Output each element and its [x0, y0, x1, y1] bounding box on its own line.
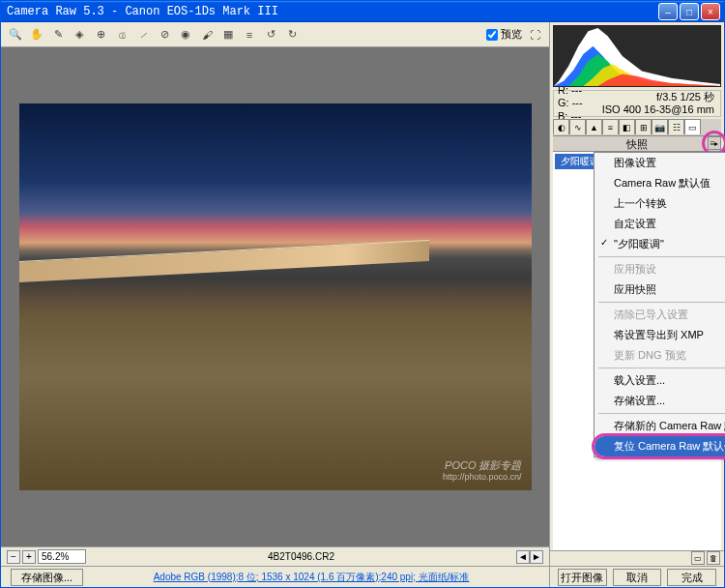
tab-split-icon[interactable]: ◧	[619, 119, 635, 134]
done-button[interactable]: 完成	[667, 569, 716, 586]
preview-label: 预览	[501, 27, 522, 42]
preview-checkbox[interactable]: 预览	[486, 27, 522, 42]
tab-camera-icon[interactable]: 📷	[652, 119, 668, 134]
menu-item: 更新 DNG 预览	[594, 345, 725, 366]
rotate-cw-icon[interactable]: ↻	[283, 26, 301, 44]
menu-item[interactable]: 自定设置	[594, 214, 725, 234]
menu-item[interactable]: 存储设置...	[594, 391, 725, 411]
exif-panel: R: --- G: --- B: --- f/3.5 1/25 秒 ISO 40…	[553, 90, 721, 117]
cancel-button[interactable]: 取消	[613, 569, 662, 586]
zoom-tool-icon[interactable]: 🔍	[7, 26, 24, 44]
tab-detail-icon[interactable]: ▲	[586, 119, 602, 134]
toolbar: 🔍 ✋ ✎ ◈ ⊕ ⟃ ⟋ ⊘ ◉ 🖌 ▦ ≡ ↺ ↻ 预览 ⛶	[1, 22, 549, 47]
rotate-ccw-icon[interactable]: ↺	[262, 26, 279, 44]
check-icon: ✓	[600, 237, 608, 248]
menu-item[interactable]: 图像设置	[594, 153, 725, 173]
panel-menu-button[interactable]: ≡▸	[708, 136, 721, 150]
tab-snapshots-icon[interactable]: ▭	[684, 119, 701, 134]
watermark: POCO 摄影专题 http://photo.poco.cn/	[443, 459, 522, 483]
crop-icon[interactable]: ⟃	[113, 26, 130, 44]
filename-label: 4B2T0496.CR2	[86, 551, 516, 562]
tab-lens-icon[interactable]: ⊞	[635, 119, 652, 134]
menu-separator	[598, 302, 725, 303]
photo-preview: POCO 摄影专题 http://photo.poco.cn/	[19, 103, 532, 490]
tab-basic-icon[interactable]: ◐	[553, 119, 569, 134]
menu-item[interactable]: 应用快照▶	[594, 279, 725, 300]
window-title: Camera Raw 5.3 - Canon EOS-1Ds Mark III	[5, 5, 658, 18]
prefs-icon[interactable]: ≡	[241, 26, 258, 44]
filmstrip-next-icon[interactable]: ►	[530, 550, 543, 564]
snapshots-panel: 夕阳暖调 图像设置Camera Raw 默认值上一个转换自定设置"夕阳暖调"✓应…	[553, 152, 721, 550]
menu-item: 应用预设▶	[594, 259, 725, 279]
image-preview-area[interactable]: POCO 摄影专题 http://photo.poco.cn/	[1, 47, 549, 546]
zoom-in-button[interactable]: +	[22, 550, 36, 564]
save-image-button[interactable]: 存储图像...	[11, 569, 83, 586]
fullscreen-icon[interactable]: ⛶	[526, 26, 543, 44]
new-snapshot-icon[interactable]: ▭	[691, 551, 705, 565]
maximize-button[interactable]: □	[680, 3, 699, 20]
tab-hsl-icon[interactable]: ≡	[602, 119, 619, 134]
histogram[interactable]	[553, 25, 721, 87]
target-adjust-icon[interactable]: ⊕	[92, 26, 109, 44]
menu-separator	[598, 368, 725, 368]
tab-presets-icon[interactable]: ☷	[668, 119, 684, 134]
redeye-icon[interactable]: ◉	[177, 26, 194, 44]
straighten-icon[interactable]: ⟋	[134, 26, 152, 44]
workflow-options-link[interactable]: Adobe RGB (1998);8 位; 1536 x 1024 (1.6 百…	[83, 571, 539, 584]
menu-item: 清除已导入设置	[594, 305, 725, 325]
menu-item[interactable]: 复位 Camera Raw 默认值	[594, 436, 725, 456]
delete-snapshot-icon[interactable]: 🗑	[707, 551, 720, 565]
graduated-filter-icon[interactable]: ▦	[219, 26, 237, 44]
minimize-button[interactable]: –	[658, 3, 678, 20]
color-sampler-icon[interactable]: ◈	[71, 26, 88, 44]
menu-item[interactable]: 上一个转换	[594, 193, 725, 214]
zoom-out-button[interactable]: −	[7, 550, 20, 564]
close-button[interactable]: ×	[701, 3, 720, 20]
panel-flyout-menu: 图像设置Camera Raw 默认值上一个转换自定设置"夕阳暖调"✓应用预设▶应…	[594, 152, 725, 457]
panel-tabs: ◐ ∿ ▲ ≡ ◧ ⊞ 📷 ☷ ▭	[553, 119, 721, 136]
filmstrip-prev-icon[interactable]: ◄	[516, 550, 530, 564]
menu-item[interactable]: 载入设置...	[594, 370, 725, 391]
exif-aperture-shutter: f/3.5 1/25 秒	[598, 91, 714, 103]
menu-separator	[598, 256, 725, 257]
exif-iso-focal: ISO 400 16-35@16 mm	[598, 103, 714, 116]
adjustment-brush-icon[interactable]: 🖌	[198, 26, 216, 44]
panel-title: 快照 ≡▸	[553, 136, 721, 152]
menu-item[interactable]: "夕阳暖调"✓	[594, 234, 725, 254]
zoom-value[interactable]: 56.2%	[38, 549, 86, 564]
menu-item[interactable]: 将设置导出到 XMP	[594, 325, 725, 345]
hand-tool-icon[interactable]: ✋	[28, 26, 45, 44]
menu-item[interactable]: Camera Raw 默认值	[594, 173, 725, 193]
spot-removal-icon[interactable]: ⊘	[156, 26, 173, 44]
titlebar: Camera Raw 5.3 - Canon EOS-1Ds Mark III …	[1, 1, 724, 22]
open-image-button[interactable]: 打开图像	[558, 569, 607, 586]
exif-g-value: G: ---	[558, 97, 594, 109]
tab-curve-icon[interactable]: ∿	[569, 119, 586, 134]
menu-separator	[598, 413, 725, 414]
preview-checkbox-input[interactable]	[486, 29, 498, 41]
menu-item[interactable]: 存储新的 Camera Raw 默认值	[594, 416, 725, 436]
eyedropper-icon[interactable]: ✎	[49, 26, 67, 44]
